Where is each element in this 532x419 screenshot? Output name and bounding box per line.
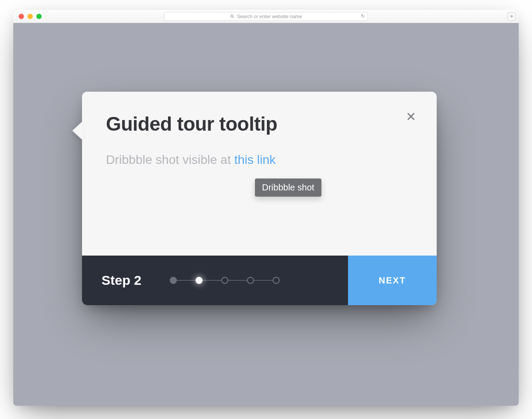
new-tab-button[interactable]: + — [507, 12, 516, 21]
window-controls — [19, 14, 42, 19]
tooltip-body: Guided tour tooltip Dribbble shot visibl… — [82, 92, 437, 256]
tooltip-subtitle: Dribbble shot visible at this link — [106, 153, 413, 167]
close-icon — [406, 112, 416, 123]
address-bar-wrap: Search or enter website name ↻ — [164, 12, 368, 21]
progress-dot-3[interactable] — [221, 277, 228, 284]
search-icon — [230, 14, 235, 19]
step-label: Step 2 — [102, 273, 141, 288]
browser-chrome: Search or enter website name ↻ + — [13, 10, 519, 23]
svg-point-0 — [231, 15, 233, 17]
address-bar[interactable]: Search or enter website name ↻ — [164, 12, 368, 21]
progress-line — [177, 280, 196, 281]
browser-window: Search or enter website name ↻ + — [13, 10, 519, 406]
progress-dot-4[interactable] — [247, 277, 254, 284]
link-hover-tooltip: Dribbble shot — [255, 178, 321, 197]
reload-icon[interactable]: ↻ — [361, 13, 365, 19]
progress-line — [228, 280, 247, 281]
tooltip-subtitle-text: Dribbble shot visible at — [106, 153, 234, 167]
tooltip-subtitle-link[interactable]: this link — [234, 153, 275, 167]
svg-line-1 — [233, 17, 234, 18]
progress-dot-1[interactable] — [170, 277, 177, 284]
progress-indicator — [170, 277, 280, 284]
window-maximize-icon[interactable] — [36, 14, 42, 19]
progress-line — [203, 280, 221, 281]
window-close-icon[interactable] — [19, 14, 24, 19]
tooltip-footer-left: Step 2 — [82, 256, 348, 305]
address-placeholder: Search or enter website name — [237, 14, 302, 19]
progress-line — [254, 280, 273, 281]
progress-dot-2[interactable] — [196, 277, 203, 284]
next-button[interactable]: NEXT — [348, 256, 437, 305]
progress-dot-5[interactable] — [273, 277, 280, 284]
tooltip-footer: Step 2 — [82, 256, 437, 305]
next-button-label: NEXT — [379, 275, 406, 286]
guided-tour-tooltip: Guided tour tooltip Dribbble shot visibl… — [82, 92, 437, 305]
viewport: Guided tour tooltip Dribbble shot visibl… — [13, 23, 519, 406]
window-minimize-icon[interactable] — [27, 14, 33, 19]
stage: Search or enter website name ↻ + — [0, 0, 532, 419]
tooltip-title: Guided tour tooltip — [106, 113, 413, 135]
close-button[interactable] — [404, 110, 418, 124]
